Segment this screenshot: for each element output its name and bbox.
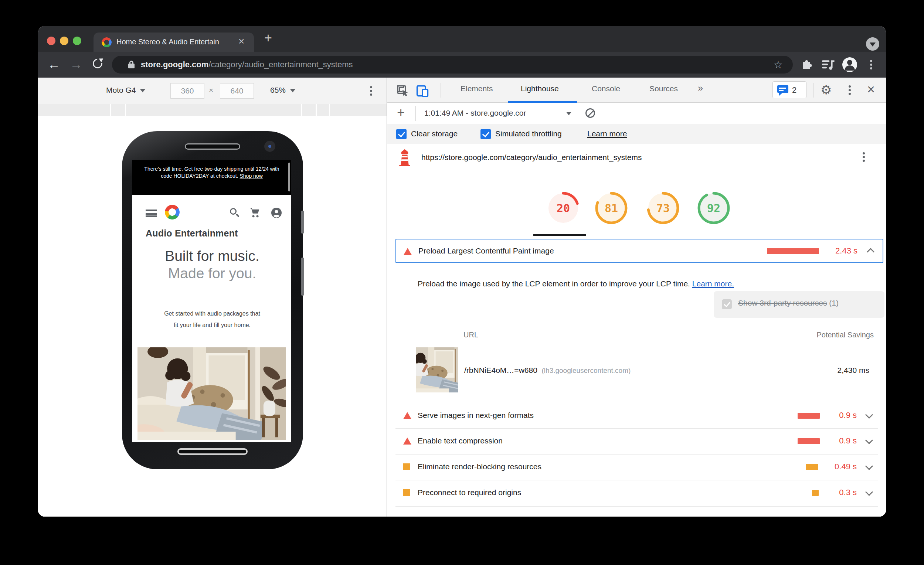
separator	[416, 106, 416, 121]
browser-tab[interactable]: Home Stereo & Audio Entertain ×	[93, 33, 254, 52]
chevron-down-icon[interactable]	[865, 462, 873, 470]
learn-more-link[interactable]: Learn more	[587, 129, 627, 138]
address-bar[interactable]: store.google.com/category/audio_entertai…	[112, 56, 793, 73]
hero-light-text: Made for you.	[168, 265, 256, 281]
browser-menu-kebab-icon[interactable]	[870, 64, 872, 66]
google-logo-icon[interactable]	[165, 205, 180, 219]
browser-titlebar: Home Stereo & Audio Entertain × +	[38, 26, 886, 52]
bookmark-star-icon[interactable]: ☆	[774, 59, 783, 71]
fail-triangle-icon	[404, 248, 412, 255]
search-icon[interactable]	[230, 208, 237, 215]
tab-close-icon[interactable]: ×	[238, 36, 244, 46]
device-select[interactable]: Moto G4	[106, 86, 145, 94]
zoom-select[interactable]: 65%	[270, 86, 295, 94]
device-ruler	[38, 104, 387, 116]
audit-description: Preload the image used by the LCP elemen…	[418, 279, 734, 288]
chevron-down-icon[interactable]	[865, 488, 873, 496]
audit-render-blocking[interactable]: Eliminate render-blocking resources 0.49…	[387, 454, 886, 480]
inspect-cursor-icon[interactable]	[396, 84, 410, 97]
divider	[387, 236, 886, 236]
clear-storage-checkbox[interactable]	[396, 129, 406, 139]
profile-avatar[interactable]	[842, 57, 857, 72]
toggle-device-toolbar-icon[interactable]	[416, 84, 429, 97]
tab-sources[interactable]: Sources	[650, 84, 678, 93]
issues-bubble-icon	[777, 85, 788, 93]
chevron-up-icon[interactable]	[867, 248, 874, 256]
report-url: https://store.google.com/category/audio_…	[422, 153, 642, 162]
extensions-puzzle-icon[interactable]	[800, 58, 813, 71]
minimize-window-button[interactable]	[60, 37, 68, 45]
resource-url-cell: /rbNNiE4oM…=w680 (lh3.googleusercontent.…	[464, 366, 630, 375]
audit-text-compression[interactable]: Enable text compression 0.9 s	[387, 428, 886, 454]
third-party-label: Show 3rd-party resources (1)	[738, 298, 838, 307]
tab-lighthouse[interactable]: Lighthouse	[521, 84, 559, 93]
tab-console[interactable]: Console	[592, 84, 620, 93]
separator	[441, 83, 441, 97]
chevron-down-icon[interactable]	[865, 436, 873, 444]
device-toolbar-menu-kebab-icon[interactable]	[370, 90, 372, 92]
close-window-button[interactable]	[47, 37, 56, 45]
more-tabs-chevron[interactable]: »	[698, 83, 703, 93]
savings-column-header: Potential Savings	[816, 331, 874, 339]
new-report-button[interactable]: +	[397, 105, 405, 120]
hero-image	[138, 347, 286, 440]
score-gauge-seo[interactable]: 92	[696, 190, 732, 226]
lighthouse-report: https://store.google.com/category/audio_…	[387, 144, 886, 517]
avatar-head-icon	[847, 60, 852, 65]
shop-now-link[interactable]: Shop now	[240, 173, 262, 179]
gear-icon[interactable]: ⚙	[820, 82, 832, 97]
new-tab-button[interactable]: +	[264, 31, 272, 45]
learn-more-link[interactable]: Learn more.	[692, 279, 734, 288]
score-gauge-best-practices[interactable]: 73	[645, 190, 681, 226]
url-host: store.google.com	[141, 60, 208, 69]
report-select[interactable]: 1:01:49 AM - store.google.cor	[424, 109, 526, 117]
clear-storage-label: Clear storage	[411, 129, 458, 138]
chevron-down-icon	[566, 112, 572, 115]
chevron-down-icon[interactable]	[865, 411, 873, 419]
cart-icon[interactable]	[248, 207, 261, 218]
devtools-menu-kebab-icon[interactable]	[849, 89, 851, 91]
forward-button[interactable]: →	[70, 57, 82, 72]
svg-text:92: 92	[707, 202, 720, 215]
audit-value: 0.3 s	[812, 488, 857, 498]
chrome-user-chevron-button[interactable]	[866, 37, 879, 51]
audit-title: Eliminate render-blocking resources	[418, 462, 542, 471]
phone-home-bar	[177, 448, 248, 455]
score-gauge-performance[interactable]: 20	[546, 190, 581, 226]
resource-host: (lh3.googleusercontent.com)	[542, 367, 631, 374]
lighthouse-session-row: + 1:01:49 AM - store.google.cor	[387, 103, 886, 124]
throttling-label: Simulated throttling	[495, 129, 562, 138]
clear-reports-icon[interactable]	[585, 108, 595, 118]
maximize-window-button[interactable]	[73, 37, 81, 45]
phone-screen: There's still time. Get free two-day shi…	[132, 160, 291, 442]
back-button[interactable]: ←	[48, 57, 60, 72]
throttling-checkbox[interactable]	[480, 129, 491, 139]
report-menu-kebab-icon[interactable]	[862, 156, 865, 158]
svg-text:20: 20	[556, 202, 570, 215]
browser-window: Home Stereo & Audio Entertain × + ← → st…	[38, 26, 886, 517]
audit-preconnect[interactable]: Preconnect to required origins 0.3 s	[387, 480, 886, 505]
browser-navbar: ← → store.google.com/category/audio_ente…	[38, 52, 886, 78]
hamburger-menu-icon[interactable]	[146, 210, 157, 217]
category-tab-indicator	[533, 234, 586, 236]
third-party-checkbox[interactable]	[722, 299, 732, 309]
close-devtools-icon[interactable]: ×	[867, 83, 875, 96]
audit-preload-lcp[interactable]: Preload Largest Contentful Paint image 2…	[396, 239, 884, 263]
device-width-input[interactable]: 360	[170, 83, 204, 99]
url-path: /category/audio_entertainment_systems	[208, 60, 352, 69]
device-height-input[interactable]: 640	[220, 83, 254, 99]
tab-elements[interactable]: Elements	[460, 84, 493, 93]
media-controls-icon[interactable]	[821, 58, 835, 71]
lighthouse-settings-row: Clear storage Simulated throttling Learn…	[387, 124, 886, 144]
url-text[interactable]: store.google.com/category/audio_entertai…	[141, 60, 352, 69]
page-scrollbar-thumb[interactable]	[288, 163, 290, 192]
audit-value: 0.9 s	[812, 436, 857, 446]
avatar-body-icon	[844, 65, 855, 70]
account-icon[interactable]	[270, 207, 282, 219]
store-header	[132, 195, 291, 226]
audit-serve-next-gen[interactable]: Serve images in next-gen formats 0.9 s	[387, 403, 886, 428]
chevron-down-icon	[870, 42, 876, 46]
warn-square-icon	[403, 489, 410, 496]
score-gauge-accessibility[interactable]: 81	[594, 190, 629, 226]
issues-counter[interactable]: 2	[772, 81, 807, 98]
